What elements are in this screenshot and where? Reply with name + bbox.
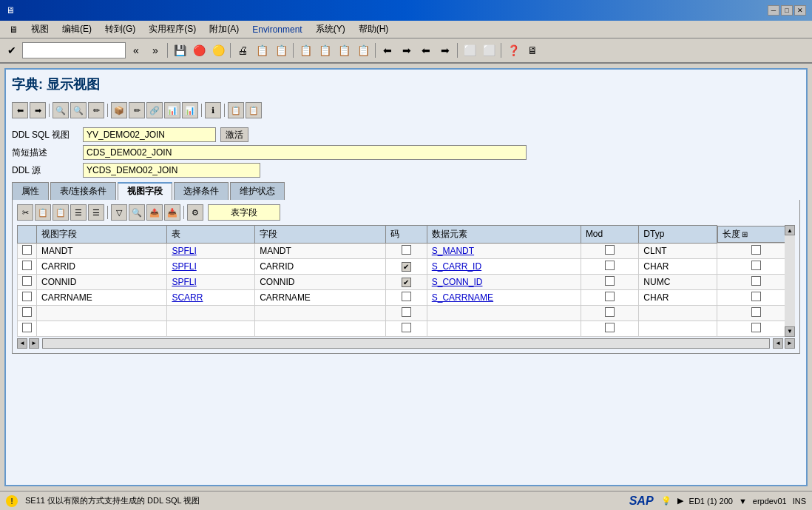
title-bar-controls[interactable]: ─ □ ✕ — [768, 5, 806, 16]
table-link-2[interactable]: SPFLI — [172, 261, 196, 272]
save-button[interactable]: 💾 — [171, 41, 189, 59]
forward-button[interactable]: » — [146, 41, 164, 59]
code-cb-2[interactable]: ✔ — [402, 262, 411, 272]
minimize-button[interactable]: ─ — [768, 5, 779, 16]
menu-goto[interactable]: 转到(G) — [99, 21, 141, 37]
scroll-left-btn[interactable]: ◄ — [17, 338, 27, 349]
table-fields-button[interactable]: 表字段 — [208, 204, 280, 221]
row-checkbox-4[interactable] — [22, 292, 32, 301]
ddl-sql-input[interactable] — [83, 127, 216, 142]
tab-properties[interactable]: 属性 — [12, 182, 49, 200]
horizontal-scroll-track[interactable] — [42, 338, 770, 349]
menu-utilities[interactable]: 实用程序(S) — [143, 21, 202, 37]
shortcut-btn2[interactable]: 🟡 — [209, 41, 227, 59]
table-deselect-btn[interactable]: ☰ — [88, 204, 104, 221]
row-checkbox-6[interactable] — [22, 323, 32, 332]
system-dropdown[interactable]: ▼ — [739, 497, 747, 506]
nav-btn4[interactable]: ➡ — [436, 41, 454, 59]
check-button[interactable]: ✔ — [3, 41, 21, 59]
mod-cb-3[interactable] — [605, 276, 615, 286]
copy-btn4[interactable]: 📋 — [354, 41, 372, 59]
copy-btn3[interactable]: 📋 — [335, 41, 353, 59]
ddl-source-input[interactable] — [83, 163, 260, 178]
toolbar-btn3[interactable]: 📋 — [272, 41, 290, 59]
monitor-btn[interactable]: 🖥 — [524, 41, 541, 59]
inner-btn-obj4[interactable]: 📊 — [164, 102, 180, 118]
table-link-4[interactable]: SCARR — [172, 292, 203, 303]
nav-btn3[interactable]: ⬅ — [417, 41, 435, 59]
tab-select-cond[interactable]: 选择条件 — [174, 182, 229, 200]
scroll-up-btn[interactable]: ▲ — [785, 225, 795, 235]
scroll-right-btn2[interactable]: ► — [785, 338, 795, 349]
tab-view-fields[interactable]: 视图字段 — [118, 182, 172, 200]
row-selector-2[interactable] — [18, 258, 37, 274]
inner-btn-obj2[interactable]: ✏ — [129, 102, 145, 118]
vertical-scrollbar[interactable]: ▲ ▼ — [785, 225, 795, 337]
table-cut-btn[interactable]: ✂ — [17, 204, 33, 221]
table-config-btn[interactable]: ⚙ — [187, 204, 203, 221]
inner-btn-back[interactable]: ⬅ — [12, 102, 28, 118]
menu-environment[interactable]: Environment — [246, 23, 308, 36]
help-btn[interactable]: ❓ — [504, 41, 522, 59]
scroll-track-v[interactable] — [785, 235, 795, 326]
tab-maint-status[interactable]: 维护状态 — [230, 182, 285, 200]
print-button[interactable]: 🖨 — [234, 41, 251, 59]
row-selector-1[interactable] — [18, 243, 37, 258]
length-cb-2[interactable] — [751, 261, 761, 270]
inner-btn-forward[interactable]: ➡ — [30, 102, 46, 118]
length-cb-4[interactable] — [751, 292, 761, 301]
row-checkbox-3[interactable] — [22, 276, 32, 286]
table-search-btn[interactable]: 🔍 — [129, 204, 145, 221]
maximize-button[interactable]: □ — [781, 5, 793, 16]
scroll-left-btn2[interactable]: ◄ — [773, 338, 783, 349]
back-button[interactable]: « — [127, 41, 145, 59]
status-bulb-icon[interactable]: 💡 — [661, 496, 671, 506]
de-link-4[interactable]: S_CARRNAME — [432, 292, 493, 303]
table-copy-btn[interactable]: 📋 — [35, 204, 51, 221]
de-link-3[interactable]: S_CONN_ID — [432, 277, 483, 287]
copy-btn1[interactable]: 📋 — [297, 41, 314, 59]
close-button[interactable]: ✕ — [794, 5, 806, 16]
length-cb-3[interactable] — [751, 276, 761, 286]
inner-btn-search2[interactable]: 🔍 — [70, 102, 87, 118]
code-cb-1[interactable] — [402, 245, 411, 255]
print-preview-btn[interactable]: 📋 — [253, 41, 271, 59]
layout-btn2[interactable]: ⬜ — [480, 41, 498, 59]
copy-btn2[interactable]: 📋 — [316, 41, 334, 59]
desc-input[interactable] — [83, 145, 527, 160]
menu-extras[interactable]: 附加(A) — [203, 21, 245, 37]
menu-help[interactable]: 帮助(H) — [353, 21, 395, 37]
table-import-btn[interactable]: 📥 — [164, 204, 180, 221]
de-link-2[interactable]: S_CARR_ID — [432, 261, 481, 272]
row-checkbox-5[interactable] — [22, 307, 32, 317]
row-selector-3[interactable] — [18, 274, 37, 289]
activate-button[interactable]: 激活 — [220, 127, 248, 142]
nav-btn1[interactable]: ⬅ — [379, 41, 396, 59]
command-dropdown[interactable] — [22, 42, 126, 58]
table-link-1[interactable]: SPFLI — [172, 246, 196, 256]
row-checkbox-1[interactable] — [22, 245, 32, 255]
row-selector-4[interactable] — [18, 289, 37, 305]
table-paste-btn[interactable]: 📋 — [53, 204, 69, 221]
code-cb-5[interactable] — [402, 307, 411, 317]
menu-view[interactable]: 视图 — [25, 21, 55, 37]
shortcut-btn1[interactable]: 🔴 — [190, 41, 208, 59]
menu-icon[interactable]: 🖥 — [3, 23, 24, 36]
code-cb-6[interactable] — [402, 323, 411, 332]
inner-btn-info[interactable]: ℹ — [205, 102, 221, 118]
table-link-3[interactable]: SPFLI — [172, 277, 196, 287]
inner-btn-obj3[interactable]: 🔗 — [146, 102, 163, 118]
length-cb-1[interactable] — [751, 245, 761, 255]
mod-cb-5[interactable] — [605, 307, 615, 317]
mod-cb-2[interactable] — [605, 261, 615, 270]
layout-btn1[interactable]: ⬜ — [461, 41, 478, 59]
mod-cb-6[interactable] — [605, 323, 615, 332]
code-cb-4[interactable] — [402, 292, 411, 301]
scroll-down-btn[interactable]: ▼ — [785, 326, 795, 337]
inner-btn-edit[interactable]: ✏ — [88, 102, 104, 118]
inner-btn-obj1[interactable]: 📦 — [111, 102, 127, 118]
tab-join[interactable]: 表/连接条件 — [50, 182, 116, 200]
de-link-1[interactable]: S_MANDT — [432, 246, 474, 256]
length-cb-6[interactable] — [751, 323, 761, 332]
code-cb-3[interactable]: ✔ — [402, 278, 411, 287]
